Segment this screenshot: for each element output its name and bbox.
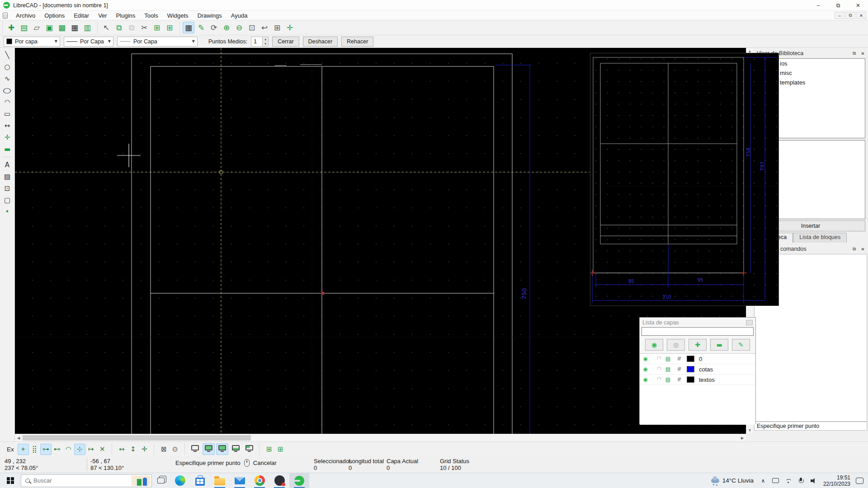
draft-mode-icon[interactable]: ✎ xyxy=(195,22,207,33)
layer-construction-icon[interactable]: # xyxy=(674,376,685,383)
view-mode-2-icon[interactable] xyxy=(203,443,215,455)
minimize-button[interactable]: – xyxy=(808,0,828,10)
print-icon[interactable]: ▦ xyxy=(69,22,80,33)
pen-width-combo[interactable]: Por Capa ▼ xyxy=(64,37,113,47)
midpoints-value[interactable]: 1 xyxy=(251,37,263,47)
snap-distance-icon[interactable]: ↦ xyxy=(85,444,97,455)
block-tool-icon[interactable]: ▢ xyxy=(1,194,14,206)
new-from-template-icon[interactable]: ▤ xyxy=(18,22,30,33)
taskbar-store-icon[interactable] xyxy=(190,473,210,488)
clock[interactable]: 19:51 22/10/2023 xyxy=(823,474,850,487)
view-mode-3-icon[interactable] xyxy=(216,443,228,455)
layer-visible-icon[interactable]: ◉ xyxy=(640,376,651,383)
menu-item[interactable]: Options xyxy=(40,11,69,20)
point-tool-icon[interactable]: • xyxy=(1,206,14,218)
close-button[interactable]: ✕ xyxy=(848,0,868,10)
taskbar-edge-icon[interactable] xyxy=(170,473,190,488)
maximize-button[interactable]: ⧉ xyxy=(828,0,848,10)
text-tool-icon[interactable]: A xyxy=(1,159,14,171)
image-tool-icon[interactable]: ⊡ xyxy=(1,183,14,194)
show-all-layers-button[interactable]: ◉ xyxy=(645,339,663,351)
layer-print-icon[interactable]: ▤ xyxy=(662,366,674,372)
layer-row[interactable]: ◉ ▤ # cotas xyxy=(640,364,755,375)
ellipse-tool-icon[interactable]: ○ xyxy=(1,84,14,96)
zoom-auto-icon[interactable]: ⊡ xyxy=(246,22,258,33)
restrict-horizontal-icon[interactable]: ↔ xyxy=(116,444,127,455)
layer-print-icon[interactable]: ▤ xyxy=(662,376,674,383)
redo-button[interactable]: Rehacer xyxy=(341,37,373,47)
horizontal-scroll-thumb[interactable] xyxy=(23,435,251,441)
menu-item[interactable]: Editar xyxy=(69,11,94,20)
wifi-icon[interactable] xyxy=(784,477,793,485)
stepper-down-icon[interactable]: ▼ xyxy=(263,42,268,46)
float-panel-icon[interactable]: ⧉ xyxy=(851,246,858,253)
exclusive-snap-button[interactable]: Ex xyxy=(4,446,17,453)
mdi-minimize-button[interactable]: – xyxy=(835,12,844,19)
layer-name[interactable]: textos xyxy=(699,376,715,383)
scroll-down-icon[interactable]: ▼ xyxy=(746,427,753,434)
scroll-right-icon[interactable]: ▶ xyxy=(739,436,746,440)
hide-all-layers-button[interactable]: ◎ xyxy=(667,339,685,351)
view-mode-5-icon[interactable] xyxy=(243,443,255,455)
layer-color-swatch[interactable] xyxy=(687,356,694,362)
close-panel-icon[interactable]: ✕ xyxy=(859,246,866,253)
view-mode-4-icon[interactable] xyxy=(230,443,242,455)
layer-row[interactable]: ◉ ▤ # textos xyxy=(640,375,755,385)
menu-item[interactable]: Tools xyxy=(140,11,162,20)
paste-entities-icon[interactable]: ⊞ xyxy=(164,22,175,33)
volume-icon[interactable] xyxy=(810,477,818,485)
layer-visible-icon[interactable]: ◉ xyxy=(640,366,651,372)
copy-icon[interactable]: ⧉ xyxy=(113,22,125,33)
float-panel-icon[interactable]: ⧉ xyxy=(851,50,858,57)
close-tool-button[interactable]: Cerrar xyxy=(272,37,299,47)
taskbar-search[interactable] xyxy=(21,474,152,487)
snap-endpoint-icon[interactable]: ⊶ xyxy=(40,444,52,455)
measure-tool-icon[interactable]: ▬ xyxy=(1,143,14,155)
stepper-arrows[interactable]: ▲▼ xyxy=(263,37,269,47)
microphone-icon[interactable] xyxy=(797,477,805,485)
midpoints-stepper[interactable]: 1 ▲▼ xyxy=(251,37,269,47)
layer-color-swatch[interactable] xyxy=(687,366,694,372)
menu-item[interactable]: Ver xyxy=(94,11,112,20)
weather-widget[interactable]: 14°C Lluvia xyxy=(711,477,754,484)
snap-middle-icon[interactable]: ⊹ xyxy=(74,444,85,455)
copy-entities-icon[interactable]: ⊞ xyxy=(151,22,163,33)
zoom-pan-icon[interactable]: ✛ xyxy=(284,22,296,33)
menu-item[interactable]: Widgets xyxy=(163,11,193,20)
save-as-icon[interactable]: ▩ xyxy=(56,22,68,33)
layer-construction-icon[interactable]: # xyxy=(674,366,685,372)
notification-center-icon[interactable] xyxy=(856,478,863,484)
horizontal-scrollbar[interactable]: ◀ ▶ xyxy=(15,434,746,441)
layer-filter-input[interactable] xyxy=(642,327,754,336)
add-layer-button[interactable]: ✚ xyxy=(689,339,707,351)
search-input[interactable] xyxy=(33,477,147,484)
zoom-redraw-icon[interactable]: ⟳ xyxy=(208,22,220,33)
spline-tool-icon[interactable]: ∿ xyxy=(1,73,14,84)
layer-color-swatch[interactable] xyxy=(687,376,694,383)
grid-toggle-icon[interactable]: ▦ xyxy=(183,22,194,33)
snap-free-icon[interactable]: ⌖ xyxy=(18,444,29,455)
taskbar-explorer-icon[interactable] xyxy=(210,473,230,488)
close-panel-icon[interactable]: ✕ xyxy=(859,50,866,57)
mdi-close-button[interactable]: ✕ xyxy=(856,12,866,19)
restrict-vertical-icon[interactable]: ↕ xyxy=(127,444,139,455)
paste-icon[interactable]: ⧉ xyxy=(126,22,137,33)
layer-name[interactable]: cotas xyxy=(699,366,713,373)
layer-print-icon[interactable]: ▤ xyxy=(662,356,674,362)
new-draw-view2-icon[interactable]: ⊞ xyxy=(275,444,286,455)
new-file-icon[interactable]: ✚ xyxy=(5,22,17,33)
snap-intersection-icon[interactable]: ✕ xyxy=(97,444,108,455)
taskbar-chrome-icon[interactable] xyxy=(250,473,269,488)
zoom-previous-icon[interactable]: ↩ xyxy=(259,22,270,33)
layer-row[interactable]: ◉ ▤ # 0 xyxy=(640,354,755,364)
remove-layer-button[interactable]: ▬ xyxy=(710,339,728,351)
secondary-drawing-window[interactable]: 7587979595210 xyxy=(590,53,779,306)
menu-item[interactable]: Ayuda xyxy=(226,11,252,20)
circle-tool-icon[interactable]: ○ xyxy=(1,61,14,73)
save-icon[interactable]: ▣ xyxy=(43,22,55,33)
polyline-tool-icon[interactable]: ▭ xyxy=(1,108,14,120)
dock-tab[interactable]: Lista de bloques xyxy=(793,233,847,243)
zoom-out-icon[interactable]: ⊖ xyxy=(233,22,245,33)
panel-menu-button[interactable] xyxy=(746,320,753,325)
chevron-up-icon[interactable]: ∧ xyxy=(759,477,767,485)
